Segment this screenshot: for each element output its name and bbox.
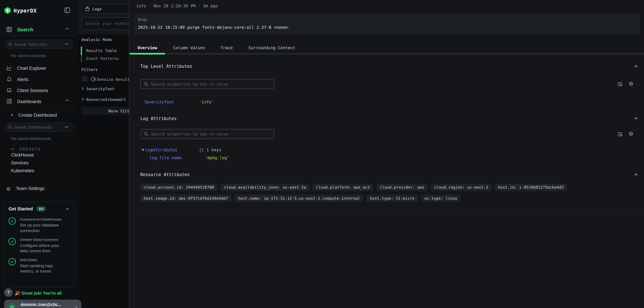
resource-chip[interactable]: host.type: t2.micro xyxy=(366,195,418,202)
search-section-collapse[interactable] xyxy=(65,27,69,29)
filters-label: Filters xyxy=(81,68,98,71)
chevron-right-icon xyxy=(75,306,77,308)
attribute-key[interactable]: LogAttributes xyxy=(145,148,199,152)
event-body-card: Body 2025-10-22 10:15:09 purge fonts-dej… xyxy=(134,13,640,35)
sidebar-item-search[interactable]: Search xyxy=(6,26,33,32)
resource-attribute-chips: cloud.account.id: 244449518788 cloud.ava… xyxy=(140,184,638,202)
get-started-collapse[interactable] xyxy=(66,208,70,210)
user-menu[interactable]: D dominic.tran@clic... dominic.tran@clic… xyxy=(4,300,81,308)
more-filters-button[interactable]: More filters xyxy=(81,107,130,115)
get-started-step-connect[interactable]: Connect to ClickHouse Set up your databa… xyxy=(8,217,70,233)
dashboards-section-collapse[interactable] xyxy=(65,99,69,101)
attribute-key[interactable]: log.file.name xyxy=(150,156,205,160)
laptop-icon xyxy=(6,88,12,93)
attribute-value[interactable]: dpkg.log xyxy=(205,156,230,160)
object-meta: {} 1 keys xyxy=(199,148,221,152)
mode-results-table[interactable]: Results Table xyxy=(86,49,117,53)
attribute-value[interactable]: info xyxy=(199,100,214,104)
event-search-box[interactable] xyxy=(81,17,130,30)
resource-chip[interactable]: cloud.account.id: 244449518788 xyxy=(140,184,217,191)
sidebar-item-alerts[interactable]: Alerts xyxy=(6,75,28,82)
preset-kubernetes[interactable]: Kubernetes xyxy=(11,168,34,173)
sidebar-item-dashboards[interactable]: Dashboards xyxy=(6,98,41,104)
resource-chip[interactable]: host.id: i-0510b81275acbe4d5 xyxy=(495,184,567,191)
preset-clickhouse[interactable]: ClickHouse xyxy=(11,153,34,157)
resource-chip[interactable]: host.image.id: ami-0f5fcdfbd140e4ab7 xyxy=(140,195,232,202)
get-started-title: Get Started xyxy=(8,206,33,212)
collapse-sidebar-button[interactable] xyxy=(64,7,70,13)
chevron-right-icon xyxy=(82,87,84,90)
get-started-progress-badge: 3/3 xyxy=(36,206,46,212)
check-circle-icon xyxy=(8,238,16,245)
lightning-bolt-icon xyxy=(5,8,10,13)
tab-trace[interactable]: Trace xyxy=(220,46,233,50)
denoise-checkbox[interactable] xyxy=(82,77,87,81)
sidebar-item-client-sessions[interactable]: Client Sessions xyxy=(6,87,48,93)
section-collapse-resource-attributes[interactable] xyxy=(634,173,638,175)
wrap-lines-button[interactable] xyxy=(617,82,623,87)
sidebar-item-chart-explorer-label: Chart Explorer xyxy=(17,66,46,71)
attribute-key[interactable]: SeverityText xyxy=(144,100,199,104)
attribute-row[interactable]: log.file.name dpkg.log xyxy=(150,156,230,160)
filter-group-severitytext[interactable]: SeverityText xyxy=(86,87,114,91)
tab-track xyxy=(130,53,644,55)
check-icon xyxy=(10,220,14,222)
filter-group-resourceschemaurl[interactable]: ResourceSchemaUrl xyxy=(86,98,126,101)
attribute-tree-root[interactable]: LogAttributes {} 1 keys xyxy=(145,148,221,152)
top-level-settings-button[interactable]: ⚙ xyxy=(628,81,634,87)
help-button[interactable]: ? xyxy=(4,288,12,297)
caret-down-icon[interactable] xyxy=(142,149,144,151)
preset-services[interactable]: Services xyxy=(11,161,28,165)
saved-searches-input[interactable] xyxy=(12,42,63,46)
get-started-step-add-data[interactable]: Add Data Start sending logs, metrics, or… xyxy=(8,257,70,274)
search-icon xyxy=(144,82,148,86)
resource-chip[interactable]: cloud.region: us-east-2 xyxy=(431,184,492,191)
section-collapse-top-level[interactable] xyxy=(634,65,638,67)
presets-toggle[interactable]: PRESETS xyxy=(11,145,40,152)
sidebar-item-chart-explorer[interactable]: Chart Explorer xyxy=(6,64,46,71)
log-attributes-search-box[interactable] xyxy=(140,129,274,139)
log-attributes-search-input[interactable] xyxy=(151,132,271,136)
mode-event-patterns[interactable]: Event Patterns xyxy=(86,57,119,60)
logs-stack-icon xyxy=(85,6,90,11)
wrap-lines-button[interactable] xyxy=(617,132,623,137)
log-attributes-settings-button[interactable]: ⚙ xyxy=(628,131,634,137)
top-level-search-box[interactable] xyxy=(140,79,274,89)
no-saved-dashboards-note: No saved dashboards xyxy=(11,137,51,141)
search-icon xyxy=(144,132,148,136)
tab-overview[interactable]: Overview xyxy=(137,46,157,50)
no-saved-searches-note: No saved searches xyxy=(11,54,46,58)
sidebar: HyperDX Search ⌘K No saved searches Char… xyxy=(0,0,78,308)
resource-chip[interactable]: host.name: ip-172-31-12-5.us-east-2.comp… xyxy=(234,195,363,202)
denoise-label[interactable]: Denoise Results xyxy=(97,78,129,81)
brand-title: HyperDX xyxy=(14,8,37,13)
sidebar-item-team-settings[interactable]: ⚙ Team Settings xyxy=(6,184,44,192)
attribute-row[interactable]: SeverityText info xyxy=(144,100,214,104)
search-icon xyxy=(8,125,12,129)
saved-dashboards-search[interactable]: ⌘K xyxy=(5,123,73,132)
chevron-up-icon xyxy=(66,208,70,210)
section-divider xyxy=(130,213,644,213)
create-dashboard-button[interactable]: + Create Dashboard xyxy=(11,111,57,118)
saved-searches-search[interactable]: ⌘K xyxy=(5,40,73,49)
tab-column-values[interactable]: Column Values xyxy=(173,46,206,50)
denoise-icon xyxy=(91,77,96,82)
search-list-icon xyxy=(6,27,12,32)
saved-dashboards-input[interactable] xyxy=(12,125,63,129)
wrap-text-icon xyxy=(617,82,623,87)
get-started-step-sources[interactable]: Create Data Sources Configure where your… xyxy=(8,237,70,254)
resource-chip[interactable]: cloud.availability_zone: us-east-2a xyxy=(220,184,309,191)
search-filter-panel: Logs Analysis Mode Results Table Event P… xyxy=(78,0,129,308)
tab-surrounding-context[interactable]: Surrounding Context xyxy=(248,46,295,50)
data-source-select[interactable]: Logs xyxy=(81,4,130,14)
resource-chip[interactable]: os.type: linux xyxy=(421,195,460,202)
event-search-input[interactable] xyxy=(82,21,130,26)
data-source-value: Logs xyxy=(92,7,102,11)
separator: · xyxy=(198,3,200,8)
resource-chip[interactable]: cloud.provider: aws xyxy=(376,184,428,191)
resource-chip[interactable]: cloud.platform: aws_ec2 xyxy=(312,184,373,191)
saved-searches-shortcut: ⌘K xyxy=(63,41,70,47)
section-collapse-log-attributes[interactable] xyxy=(634,117,638,119)
event-timestamp: Nov 20 2:20:30 PM xyxy=(154,3,196,8)
top-level-search-input[interactable] xyxy=(151,82,271,86)
